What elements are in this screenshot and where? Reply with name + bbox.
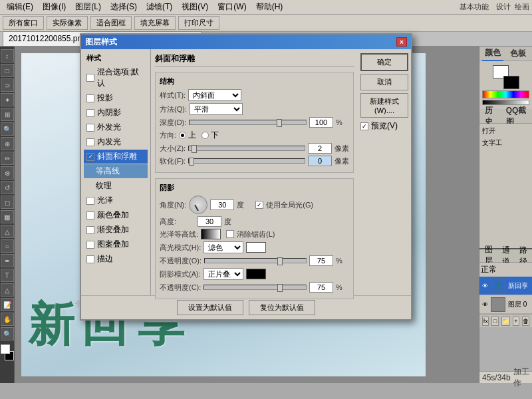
gloss-preview[interactable] (201, 229, 221, 239)
style-checkbox-pattern-overlay[interactable] (86, 241, 94, 249)
tool-blur[interactable]: △ (1, 225, 14, 238)
color-spectrum[interactable] (482, 90, 529, 98)
layer-item-image[interactable]: 👁 图层 0 (479, 295, 532, 314)
new-style-button[interactable]: 新建样式(W).... (360, 93, 408, 118)
dialog-close-btn[interactable]: × (396, 37, 407, 47)
style-item-stroke[interactable]: 描边 (84, 252, 148, 266)
angle-input[interactable] (210, 200, 234, 210)
depth-slider[interactable] (189, 120, 307, 125)
menu-window[interactable]: 窗口(W) (213, 0, 250, 14)
tool-hand[interactable]: ✋ (1, 313, 14, 326)
print-size-btn[interactable]: 打印尺寸 (178, 16, 219, 30)
style-checkbox-inner-glow[interactable] (86, 138, 94, 146)
shadow-opacity-slider[interactable] (203, 285, 307, 290)
highlight-color[interactable] (246, 242, 266, 253)
menu-view[interactable]: 视图(V) (178, 0, 212, 14)
set-default-button[interactable]: 设置为默认值 (177, 300, 243, 315)
tool-pen[interactable]: ✒ (1, 254, 14, 267)
fit-frame-btn[interactable]: 适合图框 (90, 16, 132, 30)
style-item-texture[interactable]: 纹理 (84, 179, 148, 193)
style-checkbox-color-overlay[interactable] (86, 211, 94, 219)
angle-wheel[interactable] (189, 196, 207, 214)
tool-heal[interactable]: ⊕ (1, 137, 14, 150)
tool-eraser[interactable]: ◻ (1, 196, 14, 209)
style-item-shadow[interactable]: 投影 (84, 91, 148, 105)
soften-input[interactable] (308, 156, 332, 166)
menu-image[interactable]: 图像(I) (39, 0, 70, 14)
style-item-color-overlay[interactable]: 颜色叠加 (84, 208, 148, 222)
style-checkbox-satin[interactable] (86, 197, 94, 205)
direction-up-radio[interactable]: 上 (179, 130, 196, 141)
reset-default-button[interactable]: 复位为默认值 (249, 300, 315, 315)
style-item-outer-glow[interactable]: 外发光 (84, 120, 148, 134)
tool-dodge[interactable]: ○ (1, 239, 14, 253)
tool-zoom[interactable]: 🔍 (1, 327, 14, 340)
ok-button[interactable]: 确定 (360, 53, 408, 71)
highlight-opacity-input[interactable] (309, 255, 333, 266)
text-tool-history-item[interactable]: 文字工 (481, 137, 531, 149)
tool-shape[interactable]: △ (1, 283, 14, 297)
style-item-bevel[interactable]: ✓ 斜面和浮雕 (84, 150, 148, 164)
fg-bg-colors[interactable] (493, 65, 519, 89)
style-select[interactable]: 内斜面 (188, 89, 241, 101)
menu-help[interactable]: 帮助(H) (252, 0, 287, 14)
style-item-inner-glow[interactable]: 内发光 (84, 135, 148, 149)
global-light-checkbox[interactable] (255, 201, 263, 209)
menu-select[interactable]: 选择(S) (106, 0, 141, 14)
tool-magic[interactable]: ✦ (1, 93, 14, 106)
fg-color[interactable] (1, 344, 10, 354)
tool-stamp[interactable]: ⊗ (1, 166, 14, 180)
color-swatch-area[interactable] (1, 344, 14, 360)
all-windows-btn[interactable]: 所有窗口 (3, 16, 44, 30)
direction-down-radio[interactable]: 下 (201, 130, 219, 141)
dialog-title-bar[interactable]: 图层样式 × (81, 35, 411, 49)
anti-alias-checkbox[interactable] (226, 230, 234, 238)
preview-checkbox-row[interactable]: 预览(V) (360, 120, 408, 132)
layer-fx-btn[interactable]: fx (482, 317, 489, 326)
tool-eyedrop[interactable]: 🔍 (1, 122, 14, 136)
bg-swatch[interactable] (503, 76, 519, 89)
cancel-button[interactable]: 取消 (360, 74, 408, 90)
preview-checkbox-box[interactable] (360, 122, 368, 130)
style-checkbox-stroke[interactable] (86, 255, 94, 263)
style-item-blend[interactable]: 混合选项:默认 (84, 65, 148, 90)
gradient-tab[interactable]: 色板 (507, 47, 529, 61)
tool-history[interactable]: ↺ (1, 181, 14, 194)
size-slider[interactable] (188, 146, 305, 151)
style-checkbox-blend[interactable] (86, 74, 94, 82)
tool-brush[interactable]: ✏ (1, 152, 14, 165)
layer-delete-btn[interactable]: 🗑 (522, 317, 529, 326)
style-checkbox-outer-glow[interactable] (86, 124, 94, 132)
layer-new-btn[interactable]: + (513, 317, 519, 326)
layer-mask-btn[interactable]: □ (491, 317, 498, 326)
tool-text[interactable]: T (1, 269, 14, 282)
layer-visibility-text[interactable]: 👁 (482, 283, 488, 289)
fill-screen-btn[interactable]: 填充屏幕 (134, 16, 176, 30)
color-tab[interactable]: 颜色 (482, 46, 503, 61)
altitude-input[interactable] (198, 216, 221, 227)
tool-crop[interactable]: ⊞ (1, 108, 14, 121)
layer-item-text[interactable]: 👁 T 新回享 (479, 277, 532, 295)
shadow-opacity-input[interactable] (309, 282, 333, 293)
soften-slider[interactable] (188, 158, 305, 164)
highlight-opacity-slider[interactable] (204, 258, 307, 263)
style-checkbox-bevel[interactable]: ✓ (86, 153, 94, 161)
tool-gradient[interactable]: ▦ (1, 210, 14, 223)
shadow-mode-select[interactable]: 正片叠底 (203, 268, 243, 280)
actual-pixels-btn[interactable]: 实际像素 (47, 16, 88, 30)
open-history-item[interactable]: 打开 (481, 125, 531, 137)
tool-move[interactable]: ↕ (1, 49, 14, 63)
depth-input[interactable] (309, 117, 333, 128)
style-checkbox-shadow[interactable] (86, 94, 94, 102)
menu-filter[interactable]: 滤镜(T) (142, 0, 176, 14)
method-select[interactable]: 平滑 (190, 103, 243, 115)
tool-select[interactable]: □ (1, 64, 14, 77)
style-item-gradient-overlay[interactable]: 渐变叠加 (84, 223, 148, 237)
style-checkbox-gradient-overlay[interactable] (86, 226, 94, 234)
style-checkbox-inner-shadow[interactable] (86, 109, 94, 117)
tool-lasso[interactable]: ⊃ (1, 78, 14, 92)
size-input[interactable] (308, 143, 332, 154)
tool-notes[interactable]: 📝 (1, 298, 14, 311)
highlight-select[interactable]: 滤色 (203, 241, 243, 253)
menu-layer[interactable]: 图层(L) (71, 0, 105, 14)
